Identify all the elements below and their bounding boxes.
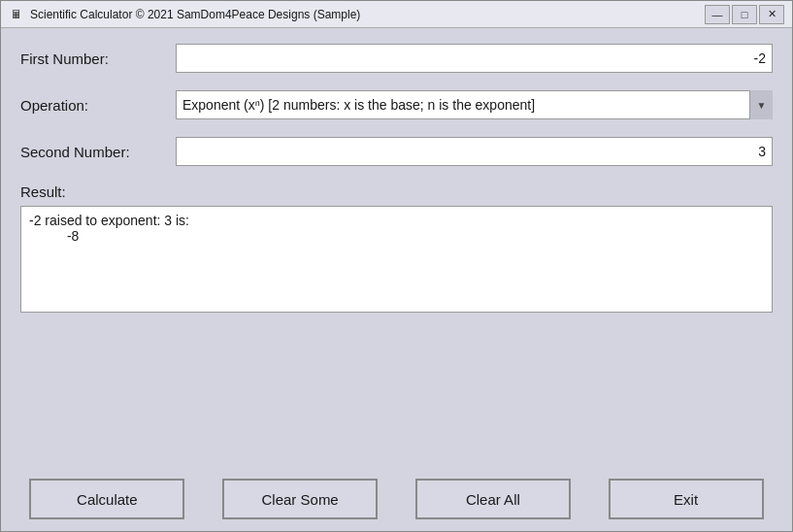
operation-row: Operation: Exponent (xⁿ) [2 numbers: x i… (20, 90, 773, 119)
first-number-row: First Number: (20, 44, 773, 73)
second-number-label: Second Number: (20, 144, 176, 160)
result-box-wrapper (20, 206, 773, 440)
clear-some-button[interactable]: Clear Some (222, 479, 378, 519)
second-number-row: Second Number: (20, 137, 773, 166)
content-area: First Number: Operation: Exponent (xⁿ) [… (1, 28, 792, 471)
minimize-button[interactable]: — (705, 5, 730, 24)
title-bar: 🖩 Scientific Calculator © 2021 SamDom4Pe… (1, 1, 792, 28)
maximize-button[interactable]: □ (732, 5, 757, 24)
window-title: Scientific Calculator © 2021 SamDom4Peac… (30, 8, 705, 21)
first-number-input[interactable] (176, 44, 773, 73)
result-label: Result: (20, 183, 773, 200)
operation-label: Operation: (20, 97, 176, 114)
first-number-label: First Number: (20, 50, 176, 67)
calculate-button[interactable]: Calculate (29, 479, 184, 519)
clear-all-button[interactable]: Clear All (415, 479, 571, 519)
window-controls: — □ ✕ (705, 5, 784, 24)
close-button[interactable]: ✕ (759, 5, 784, 24)
exit-button[interactable]: Exit (609, 479, 764, 519)
app-icon: 🖩 (9, 7, 24, 22)
result-textarea[interactable] (20, 206, 773, 313)
main-window: 🖩 Scientific Calculator © 2021 SamDom4Pe… (0, 0, 793, 532)
second-number-input[interactable] (176, 137, 773, 166)
operation-select-wrapper: Exponent (xⁿ) [2 numbers: x is the base;… (176, 90, 773, 119)
operation-select[interactable]: Exponent (xⁿ) [2 numbers: x is the base;… (176, 90, 773, 119)
button-row: Calculate Clear Some Clear All Exit (1, 471, 792, 531)
